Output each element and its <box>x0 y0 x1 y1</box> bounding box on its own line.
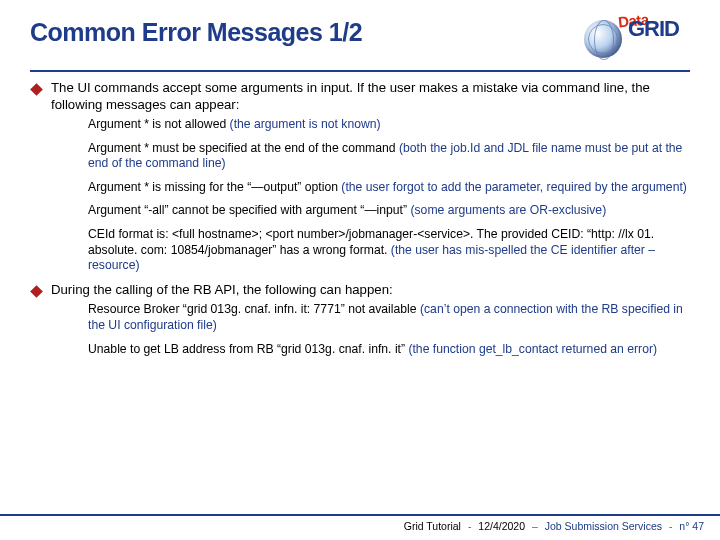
error-msg: Unable to get LB address from RB “grid 0… <box>88 342 408 356</box>
sublist-1: Argument * is not allowed (the argument … <box>88 117 690 274</box>
error-explain: (the user forgot to add the parameter, r… <box>341 180 687 194</box>
diamond-icon <box>30 83 43 96</box>
error-item: CEId format is: <full hostname>; <port n… <box>88 227 690 274</box>
footer-left: Grid Tutorial <box>404 520 461 532</box>
footer-sep: - <box>669 520 673 532</box>
sublist-2: Resource Broker “grid 013g. cnaf. infn. … <box>88 302 690 357</box>
title-row: Common Error Messages 1/2 Data GRID <box>30 14 690 64</box>
error-msg: Argument * is missing for the “—output” … <box>88 180 341 194</box>
footer-sep: - <box>468 520 472 532</box>
footer-date: 12/4/2020 <box>478 520 525 532</box>
error-item: Argument “-all” cannot be specified with… <box>88 203 690 219</box>
footer-mid: Job Submission Services <box>545 520 662 532</box>
bullet-1: The UI commands accept some arguments in… <box>30 80 690 113</box>
error-msg: Argument * must be specified at the end … <box>88 141 399 155</box>
error-item: Unable to get LB address from RB “grid 0… <box>88 342 690 358</box>
footer-sep: – <box>532 520 538 532</box>
slide: Common Error Messages 1/2 Data GRID The … <box>0 0 720 540</box>
error-msg: Resource Broker “grid 013g. cnaf. infn. … <box>88 302 420 316</box>
logo: Data GRID <box>580 14 690 64</box>
error-msg: Argument * is not allowed <box>88 117 230 131</box>
bullet-2: During the calling of the RB API, the fo… <box>30 282 690 299</box>
diamond-icon <box>30 285 43 298</box>
footer-divider <box>0 514 720 516</box>
globe-icon <box>584 20 622 58</box>
error-msg: Argument “-all” cannot be specified with… <box>88 203 410 217</box>
error-item: Argument * must be specified at the end … <box>88 141 690 172</box>
footer-text: Grid Tutorial - 12/4/2020 – Job Submissi… <box>0 520 720 532</box>
page-title: Common Error Messages 1/2 <box>30 18 362 47</box>
body: The UI commands accept some arguments in… <box>30 80 690 357</box>
footer-page: n° 47 <box>679 520 704 532</box>
error-explain: (some arguments are OR-exclusive) <box>410 203 606 217</box>
error-item: Argument * is not allowed (the argument … <box>88 117 690 133</box>
error-explain: (the function get_lb_contact returned an… <box>408 342 657 356</box>
title-divider <box>30 70 690 72</box>
footer: Grid Tutorial - 12/4/2020 – Job Submissi… <box>0 514 720 532</box>
logo-grid-text: GRID <box>628 18 679 40</box>
error-explain: (the argument is not known) <box>230 117 381 131</box>
bullet-2-text: During the calling of the RB API, the fo… <box>51 282 690 299</box>
bullet-1-text: The UI commands accept some arguments in… <box>51 80 690 113</box>
error-item: Resource Broker “grid 013g. cnaf. infn. … <box>88 302 690 333</box>
error-item: Argument * is missing for the “—output” … <box>88 180 690 196</box>
